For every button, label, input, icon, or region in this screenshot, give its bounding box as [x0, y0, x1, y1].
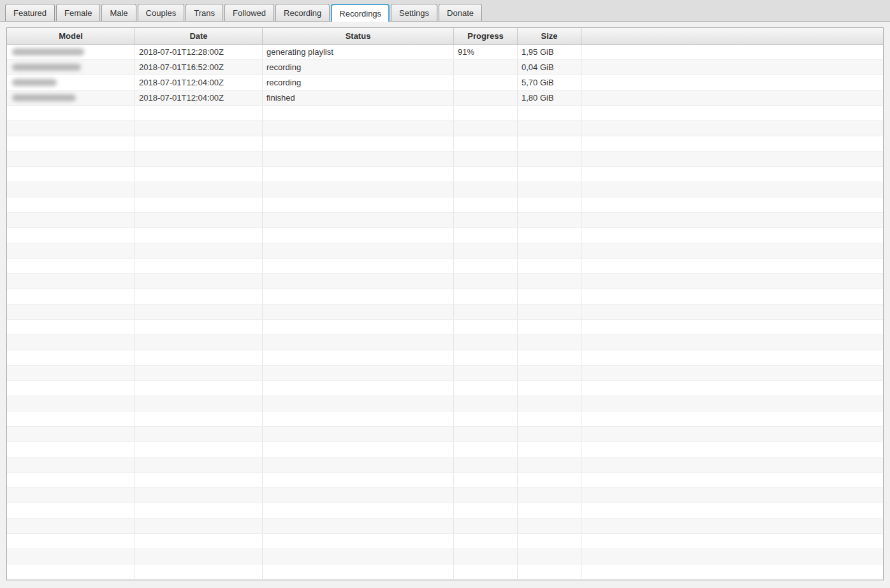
cell-filler [581, 121, 883, 136]
table-row-empty[interactable] [7, 549, 883, 564]
cell-model [7, 152, 135, 166]
cell-date [135, 366, 263, 380]
table-row[interactable]: 2018-07-01T12:28:00Zgenerating playlist9… [7, 45, 883, 60]
cell-filler [581, 45, 883, 59]
cell-size [518, 197, 581, 212]
cell-filler [581, 503, 883, 518]
table-row-empty[interactable] [7, 381, 883, 396]
cell-size: 0,04 GiB [518, 60, 581, 75]
table-row-empty[interactable] [7, 243, 883, 259]
column-header-date[interactable]: Date [135, 28, 263, 44]
cell-status [263, 503, 454, 518]
table-row-empty[interactable] [7, 182, 883, 197]
table-row-empty[interactable] [7, 106, 883, 121]
table-row[interactable]: 2018-07-01T16:52:00Zrecording0,04 GiB [7, 60, 883, 75]
cell-size [518, 305, 581, 319]
cell-filler [581, 519, 883, 533]
tab-trans[interactable]: Trans [186, 4, 223, 21]
tab-settings[interactable]: Settings [391, 4, 437, 21]
table-row-empty[interactable] [7, 519, 883, 534]
cell-progress [454, 274, 518, 289]
table-row-empty[interactable] [7, 197, 883, 213]
table-row-empty[interactable] [7, 396, 883, 412]
cell-progress [454, 90, 518, 105]
table-row-empty[interactable] [7, 152, 883, 167]
table-row-empty[interactable] [7, 350, 883, 366]
table-row[interactable]: 2018-07-01T12:04:00Zfinished1,80 GiB [7, 90, 883, 106]
cell-date [135, 396, 263, 411]
cell-model [7, 289, 135, 304]
cell-progress [454, 412, 518, 426]
table-row-empty[interactable] [7, 534, 883, 549]
table-row-empty[interactable] [7, 213, 883, 228]
cell-status [263, 381, 454, 396]
table-row-empty[interactable] [7, 412, 883, 427]
cell-size [518, 243, 581, 258]
column-header-model[interactable]: Model [7, 28, 135, 44]
table-row-empty[interactable] [7, 305, 883, 320]
cell-size [518, 457, 581, 472]
cell-progress [454, 381, 518, 396]
cell-progress [454, 75, 518, 90]
table-row-empty[interactable] [7, 274, 883, 289]
column-header-size[interactable]: Size [518, 28, 581, 44]
table-row-empty[interactable] [7, 427, 883, 442]
table-row-empty[interactable] [7, 167, 883, 182]
cell-status [263, 243, 454, 258]
cell-progress [454, 167, 518, 182]
tab-male[interactable]: Male [101, 4, 136, 21]
cell-filler [581, 259, 883, 273]
cell-filler [581, 305, 883, 319]
cell-status [263, 167, 454, 182]
tab-followed[interactable]: Followed [224, 4, 274, 21]
cell-status: recording [263, 75, 454, 90]
table-row-empty[interactable] [7, 473, 883, 488]
cell-model [7, 396, 135, 411]
cell-status [263, 366, 454, 380]
cell-model [7, 335, 135, 350]
table-row-empty[interactable] [7, 457, 883, 473]
cell-filler [581, 213, 883, 227]
cell-date [135, 106, 263, 120]
column-header-progress[interactable]: Progress [454, 28, 518, 44]
cell-size [518, 320, 581, 334]
tab-donate[interactable]: Donate [439, 4, 482, 21]
cell-progress [454, 213, 518, 227]
cell-size [518, 167, 581, 182]
cell-date: 2018-07-01T12:28:00Z [135, 45, 263, 59]
table-row-empty[interactable] [7, 289, 883, 305]
tab-recording[interactable]: Recording [275, 4, 330, 21]
model-name-redacted [12, 48, 84, 55]
cell-progress [454, 503, 518, 518]
cell-status [263, 136, 454, 151]
tab-recordings[interactable]: Recordings [331, 4, 390, 22]
tab-female[interactable]: Female [56, 4, 100, 21]
cell-status [263, 396, 454, 411]
table-row-empty[interactable] [7, 228, 883, 243]
table-row-empty[interactable] [7, 136, 883, 152]
cell-date [135, 197, 263, 212]
tab-featured[interactable]: Featured [5, 4, 55, 21]
cell-filler [581, 197, 883, 212]
table-row-empty[interactable] [7, 320, 883, 335]
table-row[interactable]: 2018-07-01T12:04:00Zrecording5,70 GiB [7, 75, 883, 90]
cell-progress [454, 228, 518, 243]
table-row-empty[interactable] [7, 442, 883, 457]
table-row-empty[interactable] [7, 488, 883, 503]
cell-date [135, 564, 263, 579]
cell-filler [581, 457, 883, 472]
cell-size [518, 412, 581, 426]
cell-progress [454, 60, 518, 75]
table-row-empty[interactable] [7, 335, 883, 350]
cell-date [135, 274, 263, 289]
table-row-empty[interactable] [7, 503, 883, 519]
table-row-empty[interactable] [7, 121, 883, 136]
table-row-empty[interactable] [7, 259, 883, 274]
table-row-empty[interactable] [7, 366, 883, 381]
table-row-empty[interactable] [7, 564, 883, 580]
cell-progress [454, 136, 518, 151]
tab-couples[interactable]: Couples [138, 4, 185, 21]
cell-date [135, 350, 263, 365]
column-header-status[interactable]: Status [263, 28, 454, 44]
column-header-filler[interactable] [581, 28, 883, 44]
